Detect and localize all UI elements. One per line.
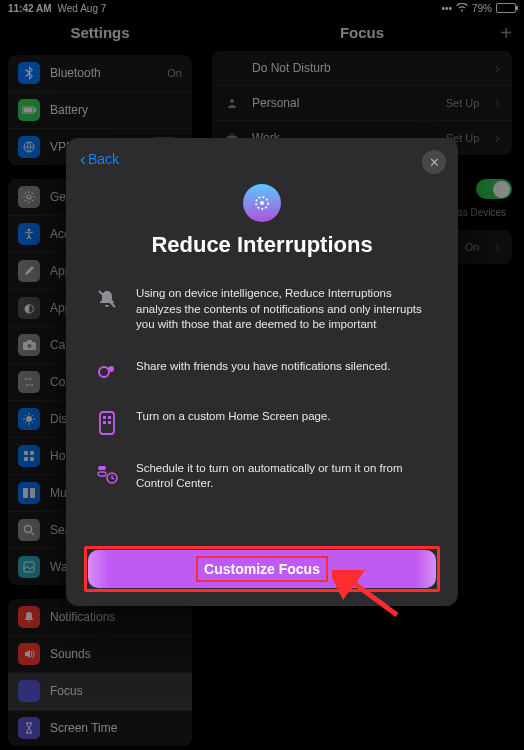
feature-text: Turn on a custom Home Screen page. xyxy=(136,409,331,425)
svg-rect-38 xyxy=(98,472,106,476)
customize-focus-button[interactable]: Customize Focus xyxy=(88,550,436,588)
close-button[interactable]: ✕ xyxy=(422,150,446,174)
reduce-interruptions-modal: ‹ Back ✕ Reduce Interruptions Using on d… xyxy=(66,138,458,606)
svg-rect-33 xyxy=(103,416,106,419)
svg-point-29 xyxy=(260,201,264,205)
svg-rect-37 xyxy=(98,466,106,470)
feature-intelligence: Using on device intelligence, Reduce Int… xyxy=(94,286,430,333)
close-icon: ✕ xyxy=(429,155,440,170)
chevron-left-icon: ‹ xyxy=(80,150,86,168)
feature-text: Using on device intelligence, Reduce Int… xyxy=(136,286,430,333)
svg-rect-32 xyxy=(100,412,114,434)
back-button[interactable]: ‹ Back xyxy=(80,150,119,168)
feature-home-screen: Turn on a custom Home Screen page. xyxy=(94,409,430,435)
svg-rect-34 xyxy=(108,416,111,419)
feature-share-silenced: Share with friends you have notification… xyxy=(94,359,430,383)
reduce-interruptions-hero-icon xyxy=(243,184,281,222)
feature-text: Share with friends you have notification… xyxy=(136,359,390,375)
svg-rect-35 xyxy=(103,421,106,424)
svg-rect-36 xyxy=(108,421,111,424)
bell-slash-icon xyxy=(94,286,120,310)
cta-label: Customize Focus xyxy=(204,561,320,577)
feature-text: Schedule it to turn on automatically or … xyxy=(136,461,430,492)
svg-point-30 xyxy=(99,367,109,377)
modal-title: Reduce Interruptions xyxy=(94,232,430,258)
share-status-icon xyxy=(94,359,120,383)
phone-screen-icon xyxy=(94,409,120,435)
feature-schedule: Schedule it to turn on automatically or … xyxy=(94,461,430,492)
back-label: Back xyxy=(88,151,119,167)
clock-and-toggles-icon xyxy=(94,461,120,485)
svg-point-31 xyxy=(108,366,114,372)
